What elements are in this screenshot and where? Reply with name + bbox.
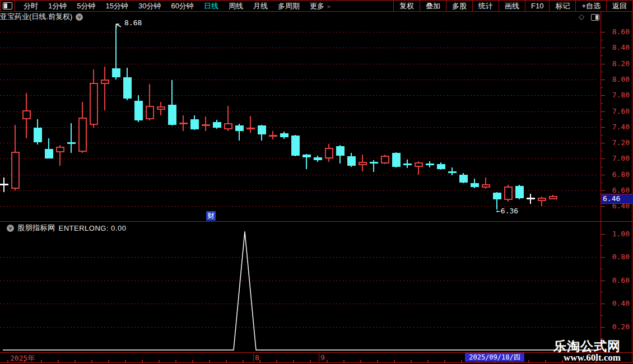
- candle-body-up: [359, 162, 367, 165]
- price-axis-label: 8.40: [601, 43, 630, 52]
- candle-wick: [395, 152, 397, 167]
- timeframe-tab-60分钟[interactable]: 60分钟: [166, 1, 198, 11]
- low-annotation: ←6.36: [496, 207, 518, 215]
- timeframe-tab-月线[interactable]: 月线: [248, 1, 273, 11]
- candle-body-up: [90, 83, 98, 125]
- price-axis-major-tick: [601, 32, 605, 32]
- indicator-source-label: 股朋指标网: [17, 223, 55, 233]
- layout-split-icon[interactable]: [3, 2, 12, 10]
- candle-wick: [295, 135, 296, 156]
- candlestick-chart[interactable]: 8.608.408.208.007.807.607.407.207.006.80…: [0, 0, 633, 364]
- watermark-site-name: 乐淘公式网: [553, 339, 621, 353]
- action-button-标记[interactable]: 标记: [549, 1, 575, 11]
- candle-body-up: [78, 118, 87, 152]
- indicator-axis-label: 0.40: [601, 299, 630, 307]
- timeframe-tab-30分钟[interactable]: 30分钟: [133, 1, 166, 11]
- indicator-axis-major-tick: [601, 281, 605, 281]
- panel-separator: [0, 221, 633, 222]
- toolbar-divider: [15, 1, 15, 11]
- indicator-gridline: [0, 281, 598, 281]
- candle-wick: [104, 67, 105, 110]
- candle-wick: [138, 95, 139, 122]
- price-axis-major-tick: [601, 158, 605, 159]
- candle-body-down: [437, 164, 445, 169]
- indicator-axis-major-tick: [601, 257, 605, 258]
- candle-body-doji: [202, 124, 210, 126]
- candle-wick: [541, 197, 542, 206]
- candle-body-up: [415, 162, 423, 166]
- action-buttons: 复权叠加多股统计画线F10标记+自选返回: [393, 1, 632, 11]
- time-axis-year: 2025年: [10, 353, 35, 363]
- timeframe-tab-15分钟[interactable]: 15分钟: [100, 1, 133, 11]
- action-button-叠加[interactable]: 叠加: [420, 1, 446, 11]
- action-button-复权[interactable]: 复权: [393, 1, 420, 11]
- candle-wick: [351, 153, 352, 166]
- selected-date-box: 2025/09/18/四: [465, 353, 524, 362]
- candle-wick: [115, 26, 117, 80]
- indicator-header: v 股朋指标网 ENTERLONG: 0.00: [3, 223, 126, 233]
- price-gridline: [0, 175, 598, 175]
- candle-body-down: [67, 142, 76, 144]
- candle-wick: [59, 145, 60, 166]
- candle-wick: [272, 131, 273, 140]
- price-axis-major-tick: [601, 143, 605, 143]
- indicator-gridline: [0, 304, 598, 304]
- candle-body-doji: [426, 164, 434, 165]
- indicator-name-value: ENTERLONG: 0.00: [59, 224, 127, 232]
- candle-body-down: [235, 125, 244, 131]
- candle-wick: [339, 145, 341, 164]
- candle-wick: [283, 132, 285, 139]
- action-button-统计[interactable]: 统计: [472, 1, 499, 11]
- indicator-axis-label: 0.80: [601, 253, 630, 261]
- indicator-gridline: [0, 257, 598, 258]
- candle-wick: [227, 106, 229, 131]
- right-screen-border: [632, 11, 632, 362]
- timeframe-tab-多周期[interactable]: 多周期: [273, 1, 305, 11]
- price-axis-border: [601, 11, 601, 352]
- candle-wick: [15, 125, 16, 190]
- action-button-+自选[interactable]: +自选: [575, 1, 606, 11]
- price-axis-minor-tick: [601, 151, 603, 151]
- candle-body-down: [45, 149, 53, 158]
- candle-wick: [3, 178, 4, 192]
- price-axis-label: 8.00: [601, 75, 630, 83]
- action-button-返回[interactable]: 返回: [606, 1, 632, 11]
- candle-wick: [171, 80, 173, 125]
- timeframe-tab-日线[interactable]: 日线: [199, 1, 224, 11]
- action-button-多股[interactable]: 多股: [446, 1, 472, 11]
- candle-wick: [261, 125, 262, 141]
- price-gridline: [0, 95, 598, 96]
- price-axis-label: 8.20: [601, 59, 630, 68]
- candle-wick: [149, 84, 150, 120]
- candle-wick: [373, 160, 374, 172]
- timeframe-tab-分时[interactable]: 分时: [18, 1, 43, 11]
- candle-wick: [306, 154, 307, 169]
- action-button-F10[interactable]: F10: [525, 1, 549, 11]
- chevron-down-icon[interactable]: v: [7, 225, 14, 232]
- financial-report-badge[interactable]: 财: [206, 211, 216, 221]
- price-axis-label: 8.60: [601, 27, 630, 36]
- price-gridline: [0, 190, 598, 191]
- timeframe-tab-更多[interactable]: 更多＞: [305, 1, 337, 11]
- price-axis-minor-tick: [601, 183, 603, 183]
- action-button-画线[interactable]: 画线: [499, 1, 525, 11]
- candle-body-down: [291, 136, 300, 155]
- candle-wick: [93, 69, 94, 128]
- candle-body-down: [392, 153, 401, 166]
- candle-body-up: [56, 147, 64, 152]
- chevron-down-icon[interactable]: v: [76, 13, 83, 21]
- timeframe-tab-5分钟[interactable]: 5分钟: [72, 1, 100, 11]
- price-axis-minor-tick: [601, 103, 603, 104]
- timeframe-tab-周线[interactable]: 周线: [224, 1, 248, 11]
- time-axis-month: 9: [320, 353, 325, 362]
- candle-wick: [183, 115, 184, 131]
- timeframe-tab-1分钟[interactable]: 1分钟: [43, 1, 72, 11]
- indicator-panel[interactable]: 1.000.800.600.400.20: [0, 0, 633, 364]
- candle-body-down: [336, 146, 345, 156]
- price-axis-minor-tick: [601, 167, 603, 167]
- candle-wick: [508, 185, 509, 202]
- diamond-icon[interactable]: ◇: [579, 13, 584, 20]
- candle-body-down: [314, 157, 322, 161]
- candle-wick: [239, 124, 240, 141]
- sidebar-toggle-icon[interactable]: [591, 14, 599, 21]
